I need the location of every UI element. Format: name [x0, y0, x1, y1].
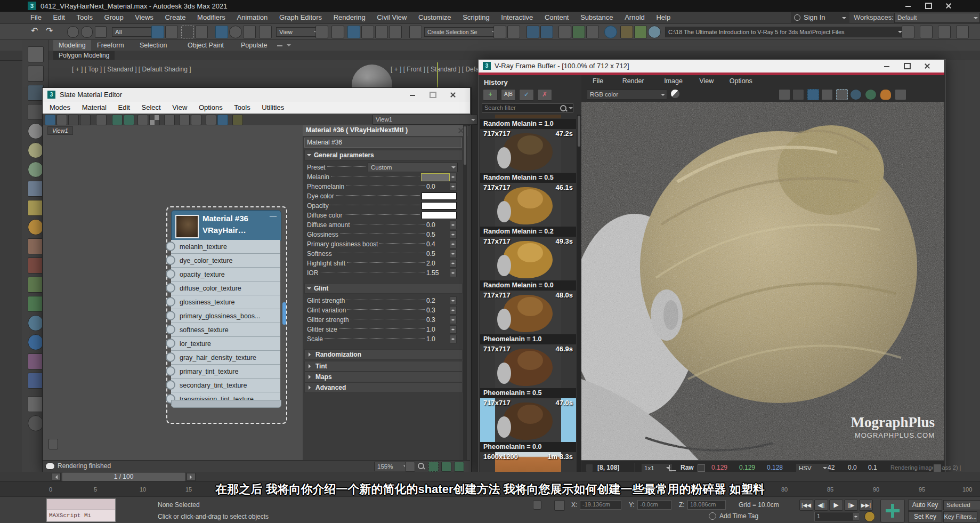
slate-menu-edit[interactable]: Edit	[114, 102, 135, 114]
select-cursor-icon[interactable]	[28, 46, 44, 62]
node-scrollbar-handle[interactable]	[282, 302, 286, 325]
slate-menu-options[interactable]: Options	[194, 102, 228, 114]
region-render-icon[interactable]	[836, 89, 848, 100]
history-search-field[interactable]: Search filter	[482, 103, 573, 112]
slate-menu-view[interactable]: View	[167, 102, 192, 114]
raw-checkbox[interactable]	[698, 464, 705, 472]
glitter-strength-value[interactable]: 0.3	[426, 316, 450, 324]
menu-edit[interactable]: Edit	[48, 12, 70, 23]
render-production-icon[interactable]	[648, 26, 661, 38]
go-to-end-button[interactable]: ▶▶|	[859, 500, 873, 511]
rollout-general-parameters[interactable]: General parameters	[304, 150, 463, 160]
ior-spinner[interactable]	[450, 269, 457, 277]
pheomelanin-value[interactable]: 0.0	[426, 183, 450, 190]
melanin-edit-field[interactable]	[421, 173, 450, 181]
rollout-randomization[interactable]: Randomization	[304, 349, 463, 360]
ribbon-tab-modeling[interactable]: Modeling	[53, 40, 91, 51]
slate-minimize-button[interactable]	[405, 90, 420, 99]
opacity-swatch[interactable]	[422, 202, 457, 210]
maxscript-listener-pane[interactable]: MAXScript Mi	[46, 510, 116, 522]
diffuse-amount-value[interactable]: 0.0	[426, 221, 450, 229]
history-add-button[interactable]: +	[483, 89, 498, 101]
node-slot-diffuse-color[interactable]: diffuse_color_texture	[171, 281, 280, 295]
angle-snap-icon[interactable]	[361, 26, 374, 38]
glitter-size-value[interactable]: 1.0	[426, 326, 450, 333]
spray-icon[interactable]	[28, 258, 44, 273]
zoom-extents-selected-icon[interactable]	[454, 462, 464, 472]
mirror-icon[interactable]	[493, 26, 506, 38]
close-button[interactable]	[941, 1, 956, 11]
play-button[interactable]: ▶	[829, 500, 843, 511]
color-wheel-icon[interactable]	[671, 90, 679, 98]
menu-content[interactable]: Content	[540, 12, 574, 23]
placement-icon[interactable]	[259, 26, 272, 38]
slot-socket[interactable]	[166, 255, 175, 265]
panel-scrollbar[interactable]	[463, 125, 467, 460]
select-link-icon[interactable]	[67, 26, 79, 38]
glitter-size-spinner[interactable]	[450, 325, 457, 334]
render-view[interactable]: MographPlus MOGRAPHPLUS.COM	[581, 102, 944, 460]
menu-substance[interactable]: Substance	[576, 12, 618, 23]
vfb-menu-render[interactable]: Render	[618, 75, 649, 87]
refresh-render-icon[interactable]	[865, 89, 877, 100]
material-node-thumbnail[interactable]	[175, 215, 199, 238]
vfb-close-button[interactable]	[920, 61, 935, 70]
copy-image-icon[interactable]	[792, 89, 804, 100]
frame-number-field[interactable]: 1	[814, 512, 860, 521]
star-shape-icon[interactable]	[28, 200, 44, 216]
slate-menu-tools[interactable]: Tools	[229, 102, 255, 114]
slate-menu-modes[interactable]: Modes	[45, 102, 75, 114]
stop-render-icon[interactable]	[895, 89, 906, 100]
menu-animation[interactable]: Animation	[232, 12, 272, 23]
highlight-shift-value[interactable]: 2.0	[426, 260, 450, 267]
glossiness-spinner[interactable]	[450, 230, 457, 239]
next-frame-button[interactable]: ||▶	[844, 500, 858, 511]
node-slot-ior[interactable]: ior_texture	[171, 337, 280, 351]
history-ab-compare-button[interactable]: A|B	[501, 89, 516, 101]
foliage-icon[interactable]	[28, 296, 44, 312]
slot-socket[interactable]	[166, 242, 175, 251]
sign-in-button[interactable]: Sign In	[791, 12, 849, 23]
slate-show-background-icon[interactable]	[137, 115, 148, 125]
rollout-tint[interactable]: Tint	[304, 361, 463, 372]
vfb-menu-options[interactable]: Options	[725, 75, 757, 87]
menu-interactive[interactable]: Interactive	[496, 12, 538, 23]
auto-key-button[interactable]: Auto Key	[908, 500, 942, 511]
node-slot-softness[interactable]: softness_texture	[171, 323, 280, 337]
x-coord-field[interactable]: -19.136cm	[580, 500, 621, 510]
cube-primitive-icon[interactable]	[28, 373, 44, 389]
history-entry[interactable]: Random Melanin = 0.2 717x71749.3s	[480, 227, 576, 280]
hsv-dropdown[interactable]: HSV	[796, 463, 829, 472]
previous-frame-button[interactable]: ◀||	[814, 500, 828, 511]
material-node[interactable]: Material #36 VRayHair… — melanin_texture…	[171, 210, 280, 418]
glint-variation-spinner[interactable]	[450, 306, 457, 315]
pheomelanin-spinner[interactable]	[450, 182, 457, 191]
menu-create[interactable]: Create	[160, 12, 190, 23]
vfb-maximize-button[interactable]	[900, 61, 914, 70]
history-entry[interactable]: Random Melanin = 1.0 717x71747.2s	[480, 119, 576, 173]
maximize-button[interactable]	[921, 1, 936, 11]
glint-strength-spinner[interactable]	[450, 296, 457, 305]
ribbon-tab-selection[interactable]: Selection	[140, 40, 167, 51]
ribbon-tab-populate[interactable]: Populate	[241, 40, 267, 51]
use-pivot-center-icon[interactable]	[315, 26, 328, 38]
diffuse-amount-spinner[interactable]	[450, 221, 457, 229]
rollout-maps[interactable]: Maps	[304, 372, 463, 382]
save-image-icon[interactable]	[779, 89, 790, 100]
water-drop-icon[interactable]	[28, 315, 44, 331]
slate-zero-icon[interactable]	[164, 115, 175, 125]
pan-tool-icon[interactable]	[405, 462, 415, 472]
add-time-tag[interactable]: Add Time Tag	[719, 512, 758, 520]
node-slot-opacity[interactable]: opacity_texture	[171, 268, 280, 281]
rendered-frame-window-icon[interactable]	[634, 26, 647, 38]
magnet-snap-icon[interactable]	[28, 85, 44, 101]
preset-dropdown[interactable]: Custom	[368, 163, 458, 172]
slate-view-dropdown[interactable]: View1	[372, 115, 477, 125]
slate-node-graph[interactable]: View1 Material #36 VRayHair… — melanin_t…	[43, 125, 304, 460]
history-entry-selected[interactable]: Pheomelanin = 0.5 717x71747.0s	[480, 388, 576, 442]
vfb-menu-view[interactable]: View	[694, 75, 718, 87]
node-slot-secondary-tint[interactable]: secondary_tint_texture	[171, 379, 280, 392]
unlink-icon[interactable]	[81, 26, 93, 38]
slate-menu-material[interactable]: Material	[77, 102, 111, 114]
node-slot-glossiness[interactable]: glossiness_texture	[171, 295, 280, 309]
